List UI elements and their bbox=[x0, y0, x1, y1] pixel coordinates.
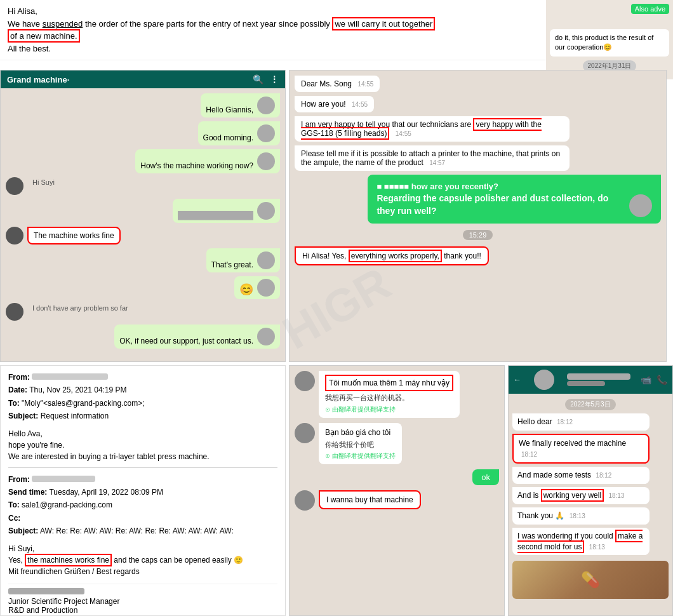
viet-translated-2: 你给我报个价吧 bbox=[325, 439, 396, 450]
avatar-in-noproblem bbox=[6, 303, 23, 321]
body5-start: Yes, bbox=[8, 556, 25, 565]
avatar-big-green bbox=[629, 194, 652, 217]
email-highlight-carry: we will carry it out together bbox=[332, 17, 435, 30]
bottom-mid-chat: Tôi muốn mua thêm 1 máy như vậy 我想再买一台这样… bbox=[289, 365, 505, 616]
date-badge-may: 2022年5月3日 bbox=[565, 399, 615, 410]
buy-machine-text: I wanna buy that machine bbox=[326, 495, 413, 504]
msg-text: That's great. bbox=[211, 260, 253, 269]
top-email-section: Hi Alisa, We have suspended the order of… bbox=[0, 0, 546, 60]
msg-label-suyi: Hi Suyi bbox=[27, 177, 60, 187]
chat-msg-out-3: How's the machine working now? bbox=[135, 149, 280, 173]
viet-translator-2: ⊙ 由翻译君提供翻译支持 bbox=[325, 451, 396, 460]
email-divider bbox=[8, 467, 277, 468]
msg-text: The machine works fine bbox=[34, 231, 114, 240]
avatar-out-emoji bbox=[257, 279, 275, 297]
to-val: "Moly"<sales@grand-packing.com>; bbox=[22, 399, 144, 408]
time-badge-1529: 15:29 bbox=[463, 230, 493, 240]
product-icon: 💊 bbox=[581, 571, 600, 589]
msg-highlight-works: everything works properly, bbox=[349, 250, 442, 262]
msg-text: OK, if need our support, just contact us… bbox=[119, 337, 253, 345]
footer-title: Junior Scientific Project Manager bbox=[8, 597, 277, 606]
email-body-1: Hello Ava, hope you're fine. We are inte… bbox=[8, 428, 277, 462]
cooperation-bubble: do it, this product is the result of our… bbox=[550, 29, 669, 57]
msg-text: Good morning. bbox=[203, 133, 253, 142]
big-bubble-text: Regarding the capsule polisher and dust … bbox=[376, 192, 624, 217]
ok-bubble: ok bbox=[472, 469, 499, 485]
msg-label-noproblem: I don't have any problem so far bbox=[27, 303, 133, 313]
viet-bubble-2: Bạn báo giá cho tôi 你给我报个价吧 ⊙ 由翻译君提供翻译支持 bbox=[319, 423, 402, 465]
br-msg-thanks: Thank you 🙏 18:13 bbox=[512, 507, 650, 525]
back-icon[interactable]: ← bbox=[514, 375, 521, 384]
msg-time-3: 14:55 bbox=[396, 130, 411, 137]
email-highlight-machine: of a new machine. bbox=[8, 29, 80, 43]
chat-header-left: Grand machine· 🔍 ⋮ bbox=[1, 70, 285, 88]
emoji: 😊 bbox=[239, 283, 253, 297]
msg-highlight-working: working very well bbox=[541, 489, 604, 502]
email-suspended: suspended bbox=[43, 19, 83, 29]
chat-panel-left: Grand machine· 🔍 ⋮ Hello Giannis, Good m… bbox=[0, 70, 286, 362]
avatar-out-support bbox=[257, 328, 275, 345]
body-greeting: Hello Ava, bbox=[8, 428, 277, 439]
email-body-2: Hi Suyi, Yes, the machines works fine an… bbox=[8, 543, 277, 577]
msg-text-start: I was wondering if you could bbox=[517, 532, 615, 540]
br-time-2: 18:12 bbox=[521, 451, 537, 458]
chat-msg-in-machine: The machine works fine bbox=[6, 227, 280, 244]
viet-text-2: Bạn báo giá cho tôi bbox=[325, 427, 396, 438]
bottom-mid-body: Tôi muốn mua thêm 1 máy như vậy 我想再买一台这样… bbox=[290, 366, 504, 615]
chat-icons: 🔍 ⋮ bbox=[253, 74, 279, 84]
menu-icon[interactable]: ⋮ bbox=[270, 74, 279, 84]
header-icons-right: 📹 📞 bbox=[641, 375, 667, 385]
msg-text: ██████████████ bbox=[178, 211, 253, 220]
msg-text-start: And is bbox=[517, 491, 541, 500]
viet-translator-1: ⊙ 由翻译君提供翻译支持 bbox=[325, 405, 453, 414]
subject-label: Subject: bbox=[8, 412, 38, 420]
sendtime-label: Send time: bbox=[8, 488, 47, 497]
from-label: From: bbox=[8, 373, 30, 382]
subject3-val: AW: Re: Re: AW: AW: Re: AW: Re: Re: AW: … bbox=[40, 526, 234, 535]
chat-panel-right: Dear Ms. Song 14:55 How are you! 14:55 I… bbox=[289, 70, 667, 362]
body5: Yes, the machines works fine and the cap… bbox=[8, 554, 277, 566]
br-msg-working: And is working very well 18:13 bbox=[512, 487, 650, 504]
avatar-out-3 bbox=[257, 152, 275, 170]
contact-status-bar bbox=[567, 381, 605, 386]
email-footer: Junior Scientific Project Manager R&D an… bbox=[8, 584, 277, 615]
viet-msg-buy: I wanna buy that machine bbox=[295, 490, 499, 511]
cc-label: Cc: bbox=[8, 514, 20, 523]
chat-msg-out-great: That's great. bbox=[206, 248, 280, 272]
avatar-out-great bbox=[257, 251, 275, 269]
video-icon[interactable]: 📹 bbox=[641, 375, 651, 385]
also-adv-button[interactable]: Also adve bbox=[631, 4, 669, 14]
chat-msg-big-green: ■ ■■■■■ how are you recently? Regarding … bbox=[368, 175, 661, 224]
subject3-label: Subject: bbox=[8, 526, 38, 535]
contact-avatar bbox=[534, 370, 554, 390]
from-val bbox=[32, 373, 108, 380]
msg-text: Thank you 🙏 bbox=[517, 511, 564, 520]
br-time-4: 18:13 bbox=[608, 492, 624, 499]
to-label: To: bbox=[8, 399, 20, 408]
chat-msg-out-support: OK, if need our support, just contact us… bbox=[114, 325, 280, 349]
body5-end: and the caps can be opened easily 🙂 bbox=[112, 556, 243, 565]
machine-works-bubble: The machine works fine bbox=[27, 227, 121, 244]
chat-msg-in-noproblem: I don't have any problem so far bbox=[6, 303, 280, 321]
to3-label: To: bbox=[8, 500, 20, 509]
chat-msg-happy: I am very happy to tell you that our tec… bbox=[295, 116, 570, 142]
email-line1-mid: the order of the spare parts for the ent… bbox=[83, 19, 332, 29]
call-icon[interactable]: 📞 bbox=[656, 375, 667, 385]
machines-works-highlight: the machines works fine bbox=[25, 554, 112, 566]
search-icon[interactable]: 🔍 bbox=[253, 74, 263, 84]
email-meta-2: From: Send time: Tuesday, April 19, 2022… bbox=[8, 473, 277, 538]
email-line1: We have suspended the order of the spare… bbox=[8, 18, 538, 30]
br-msg-hello: Hello dear 18:12 bbox=[512, 413, 650, 431]
chat-msg-in-suyi: Hi Suyi bbox=[6, 177, 280, 195]
bottom-right-header: ← 📹 📞 bbox=[509, 366, 672, 394]
msg-text: How are you! bbox=[301, 100, 346, 109]
chat-msg-out-blurred: ██████████████ bbox=[173, 199, 280, 223]
msg-text: How's the machine working now? bbox=[140, 161, 253, 170]
date-label: Date: bbox=[8, 385, 27, 394]
viet-highlight-1: Tôi muốn mua thêm 1 máy như vậy bbox=[325, 375, 453, 391]
sendtime-val: Tuesday, April 19, 2022 08:09 PM bbox=[49, 488, 163, 497]
product-image: 💊 bbox=[512, 561, 669, 599]
msg-text: We finally received the machine bbox=[519, 439, 626, 448]
email-meta-1: From: Date: Thu, Nov 25, 2021 04:19 PM T… bbox=[8, 371, 277, 423]
body6: Mit freundlichen Grüßen / Best regards bbox=[8, 566, 277, 577]
